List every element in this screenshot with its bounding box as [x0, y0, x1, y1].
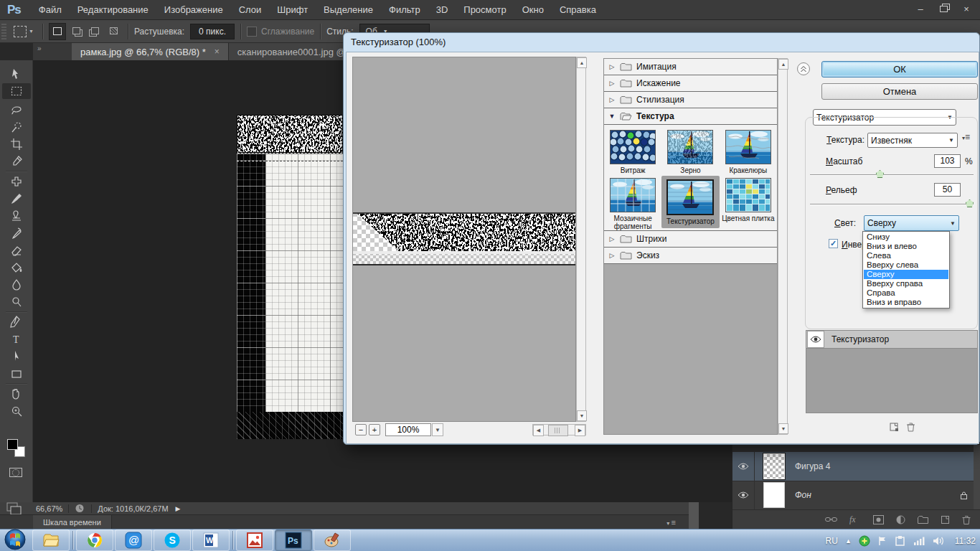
adjustment-layer-icon[interactable] — [896, 515, 905, 524]
collapse-panel-button[interactable] — [797, 62, 810, 75]
start-button[interactable] — [4, 529, 26, 551]
layer-visibility-toggle[interactable] — [732, 452, 755, 481]
layer-mask-icon[interactable] — [873, 515, 884, 524]
adobe-drive-icon[interactable] — [75, 504, 85, 513]
timeline-tab[interactable]: Шкала времени — [33, 515, 112, 529]
clock[interactable]: 11:32 — [955, 536, 976, 546]
ok-button[interactable]: ОК — [821, 61, 978, 77]
close-button[interactable]: × — [956, 1, 977, 16]
filter-thumb-mozaichnye[interactable]: Мозаичные фрагменты — [604, 174, 661, 230]
clipboard-tray-icon[interactable] — [895, 535, 906, 547]
taskbar-mailru-agent[interactable]: @ — [115, 529, 152, 551]
lasso-tool[interactable] — [8, 102, 25, 118]
link-layers-icon[interactable] — [825, 515, 837, 524]
effect-visibility-toggle[interactable] — [807, 331, 824, 348]
scroll-up-icon[interactable]: ▲ — [778, 59, 788, 70]
option-sverhu[interactable]: Сверху — [864, 270, 948, 279]
blur-tool[interactable] — [8, 277, 25, 293]
zoom-dropdown-icon[interactable]: ▼ — [432, 423, 443, 436]
tool-preset-picker[interactable]: ▼ — [11, 26, 37, 37]
texture-menu-icon[interactable]: ▾≡ — [962, 134, 970, 141]
filter-preview[interactable] — [352, 57, 576, 422]
preview-zoom-value[interactable]: 100% — [385, 423, 431, 436]
scale-input[interactable]: 103 — [934, 154, 961, 168]
layer-visibility-toggle[interactable] — [732, 481, 755, 509]
selection-add-button[interactable] — [69, 23, 85, 39]
status-arrow-icon[interactable]: ▶ — [176, 505, 181, 512]
menu-window[interactable]: Окно — [514, 4, 552, 15]
option-vverhu-sleva[interactable]: Вверху слева — [864, 260, 948, 270]
layer-thumbnail[interactable] — [763, 453, 785, 479]
scroll-up-icon[interactable]: ▲ — [577, 57, 587, 68]
option-sleva[interactable]: Слева — [864, 251, 948, 260]
feather-input[interactable]: 0 пикс. — [190, 24, 235, 39]
scale-slider-track[interactable] — [810, 174, 974, 175]
category-stylize[interactable]: ▷ Стилизация — [604, 92, 777, 108]
zoom-out-button[interactable]: − — [355, 424, 367, 435]
relief-input[interactable]: 50 — [934, 183, 961, 197]
zoom-tool[interactable] — [8, 403, 25, 419]
tab-close-icon[interactable]: × — [215, 47, 220, 57]
language-indicator[interactable]: RU — [826, 536, 838, 546]
quick-selection-tool[interactable] — [8, 119, 25, 135]
category-imitation[interactable]: ▷ Имитация — [604, 59, 777, 75]
category-brush-strokes[interactable]: ▷ Штрихи — [604, 230, 777, 248]
option-vverhu-sprava[interactable]: Вверху справа — [864, 279, 948, 288]
layer-name[interactable]: Фон — [795, 490, 811, 500]
taskbar-chrome[interactable] — [76, 529, 113, 551]
foreground-color-swatch[interactable] — [7, 439, 18, 450]
clone-stamp-tool[interactable] — [8, 208, 25, 224]
option-snizu[interactable]: Снизу — [864, 232, 948, 242]
paint-bucket-tool[interactable] — [8, 260, 25, 276]
texture-dropdown[interactable]: Известняк ▼ — [867, 133, 958, 148]
minimize-button[interactable]: – — [910, 1, 931, 16]
action-center-flag-icon[interactable] — [877, 535, 887, 547]
delete-layer-icon[interactable] — [962, 515, 971, 524]
category-vscrollbar[interactable]: ▲ ▼ — [778, 58, 788, 435]
relief-slider-track[interactable] — [810, 204, 974, 204]
menu-filter[interactable]: Фильтр — [381, 4, 428, 15]
layer-thumbnail[interactable] — [763, 482, 785, 508]
filter-thumb-vitrazh[interactable]: Витраж — [604, 126, 661, 174]
selection-subtract-button[interactable] — [88, 23, 103, 39]
filter-thumb-zerno[interactable]: Зерно — [661, 126, 719, 174]
menu-edit[interactable]: Редактирование — [70, 4, 156, 15]
effect-layer-row[interactable]: Текстуризатор — [806, 331, 977, 349]
cancel-button[interactable]: Отмена — [821, 83, 978, 100]
scroll-down-icon[interactable]: ▼ — [577, 410, 587, 421]
rectangle-tool[interactable] — [8, 366, 25, 382]
new-layer-icon[interactable] — [941, 515, 950, 524]
option-sprava[interactable]: Справа — [864, 288, 948, 298]
tray-expand-icon[interactable]: ▲ — [845, 537, 852, 545]
category-sketch[interactable]: ▷ Эскиз — [604, 248, 777, 264]
category-texture[interactable]: ▼ Текстура — [604, 108, 777, 125]
path-selection-tool[interactable] — [8, 349, 25, 364]
preview-hscrollbar[interactable]: ◀ ▶ — [532, 424, 586, 435]
scroll-down-icon[interactable]: ▼ — [778, 423, 788, 434]
menu-image[interactable]: Изображение — [156, 4, 231, 15]
category-distortion[interactable]: ▷ Искажение — [604, 75, 777, 92]
menu-layers[interactable]: Слои — [231, 4, 270, 15]
menu-type[interactable]: Шрифт — [269, 4, 316, 15]
scroll-left-icon[interactable]: ◀ — [533, 425, 544, 436]
option-vniz-i-vlevo[interactable]: Вниз и влево — [864, 242, 948, 251]
filter-thumb-krakelyury[interactable]: Кракелюры — [720, 126, 777, 174]
taskbar-skype[interactable]: S — [154, 529, 191, 551]
taskbar-word[interactable]: W — [192, 529, 230, 551]
dodge-tool[interactable] — [8, 294, 25, 310]
panel-menu-icon[interactable]: ▾ ≡ — [666, 518, 676, 527]
network-signal-icon[interactable] — [913, 536, 925, 546]
quick-mask-button[interactable] — [9, 468, 22, 477]
option-vniz-i-vpravo[interactable]: Вниз и вправо — [864, 298, 948, 307]
restore-button[interactable] — [933, 1, 954, 16]
brush-tool[interactable] — [8, 191, 25, 207]
new-effect-layer-icon[interactable] — [889, 422, 899, 432]
eyedropper-tool[interactable] — [8, 154, 25, 169]
rectangular-marquee-tool[interactable] — [2, 83, 31, 99]
history-brush-tool[interactable] — [8, 225, 25, 241]
invert-checkbox[interactable]: ✓ — [829, 239, 838, 248]
menu-3d[interactable]: 3D — [428, 4, 456, 15]
spot-healing-brush-tool[interactable] — [8, 174, 25, 189]
filter-thumb-texturizer[interactable]: Текстуризатор — [661, 176, 719, 228]
selection-new-button[interactable] — [49, 23, 66, 40]
